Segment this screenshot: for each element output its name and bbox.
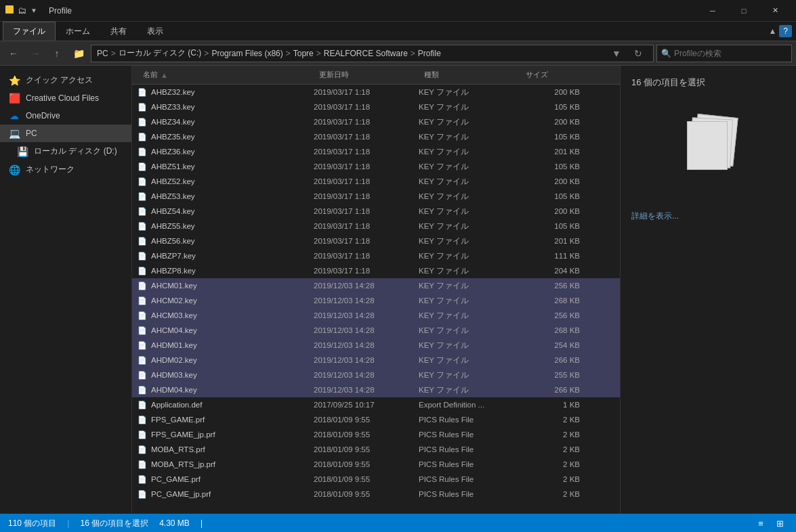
- table-row[interactable]: 📄 AHBZ56.key 2019/03/17 1:18 KEY ファイル 20…: [132, 234, 620, 248]
- table-row[interactable]: 📄 AHDM01.key 2019/12/03 14:28 KEY ファイル 2…: [132, 338, 620, 353]
- refresh-button[interactable]: ↻: [629, 44, 648, 63]
- back-button[interactable]: ←: [4, 44, 23, 63]
- file-size: 268 KB: [520, 296, 588, 305]
- local-disk-d-icon: 💾: [16, 146, 28, 157]
- sidebar-item-onedrive[interactable]: ☁ OneDrive: [0, 107, 131, 125]
- file-icon: 📄: [138, 88, 147, 97]
- view-tiles-button[interactable]: ⊞: [772, 516, 788, 530]
- breadcrumb-topre[interactable]: Topre: [293, 49, 314, 58]
- table-row[interactable]: 📄 AHCM02.key 2019/12/03 14:28 KEY ファイル 2…: [132, 293, 620, 308]
- up-button[interactable]: ↑: [47, 44, 66, 63]
- sidebar-item-network[interactable]: 🌐 ネットワーク: [0, 160, 131, 179]
- table-row[interactable]: 📄 PC_GAME_jp.prf 2018/01/09 9:55 PICS Ru…: [132, 487, 620, 502]
- breadcrumb-profile[interactable]: Profile: [418, 49, 441, 58]
- col-header-size[interactable]: サイズ: [520, 70, 588, 80]
- table-row[interactable]: 📄 MOBA_RTS.prf 2018/01/09 9:55 PICS Rule…: [132, 442, 620, 457]
- table-row[interactable]: 📄 PC_GAME.prf 2018/01/09 9:55 PICS Rules…: [132, 472, 620, 487]
- file-name: 📄 PC_GAME.prf: [138, 475, 314, 484]
- table-row[interactable]: 📄 FPS_GAME_jp.prf 2018/01/09 9:55 PICS R…: [132, 427, 620, 442]
- tab-file[interactable]: ファイル: [3, 22, 56, 41]
- file-date: 2018/01/09 9:55: [314, 430, 419, 439]
- table-row[interactable]: 📄 AHBZP7.key 2019/03/17 1:18 KEY ファイル 11…: [132, 248, 620, 263]
- table-row[interactable]: 📄 AHBZ52.key 2019/03/17 1:18 KEY ファイル 20…: [132, 174, 620, 189]
- table-row[interactable]: 📄 AHBZ36.key 2019/03/17 1:18 KEY ファイル 20…: [132, 144, 620, 159]
- file-size: 2 KB: [520, 445, 588, 453]
- table-row[interactable]: 📄 AHCM03.key 2019/12/03 14:28 KEY ファイル 2…: [132, 308, 620, 323]
- close-button[interactable]: ✕: [759, 0, 791, 22]
- breadcrumb-realforce[interactable]: REALFORCE Software: [324, 49, 408, 58]
- sidebar-item-creative-cloud[interactable]: 🟥 Creative Cloud Files: [0, 89, 131, 107]
- file-icon: 📄: [138, 103, 147, 112]
- preview-panel: 16 個の項目を選択 詳細を表示...: [620, 66, 796, 514]
- table-row[interactable]: 📄 AHBZ35.key 2019/03/17 1:18 KEY ファイル 10…: [132, 129, 620, 144]
- table-row[interactable]: 📄 AHBZ55.key 2019/03/17 1:18 KEY ファイル 10…: [132, 219, 620, 234]
- sidebar-item-pc[interactable]: 💻 PC: [0, 125, 131, 142]
- ribbon-help-button[interactable]: ?: [779, 25, 792, 37]
- preview-title: 16 個の項目を選択: [631, 76, 705, 89]
- table-row[interactable]: 📄 AHBZ53.key 2019/03/17 1:18 KEY ファイル 10…: [132, 189, 620, 204]
- table-row[interactable]: 📄 AHDM02.key 2019/12/03 14:28 KEY ファイル 2…: [132, 353, 620, 368]
- file-name: 📄 AHDM03.key: [138, 371, 314, 380]
- breadcrumb-program-files[interactable]: Program Files (x86): [211, 49, 282, 58]
- file-type: KEY ファイル: [419, 192, 520, 202]
- file-size: 2 KB: [520, 475, 588, 483]
- col-header-name[interactable]: 名前 ▲: [138, 70, 314, 80]
- file-type: KEY ファイル: [419, 206, 520, 217]
- breadcrumb-pc[interactable]: PC: [97, 49, 108, 58]
- file-type: KEY ファイル: [419, 177, 520, 187]
- col-header-type[interactable]: 種類: [419, 70, 520, 80]
- file-size: 105 KB: [520, 162, 588, 171]
- search-bar[interactable]: 🔍: [656, 45, 792, 62]
- breadcrumb-local-c[interactable]: ローカル ディスク (C:): [119, 47, 202, 59]
- tab-share[interactable]: 共有: [100, 22, 137, 41]
- file-name: 📄 FPS_GAME_jp.prf: [138, 430, 314, 439]
- address-bar[interactable]: PC > ローカル ディスク (C:) > Program Files (x86…: [91, 45, 654, 62]
- file-type: PICS Rules File: [419, 490, 520, 498]
- file-size: 256 KB: [520, 282, 588, 290]
- minimize-button[interactable]: ─: [697, 0, 728, 22]
- address-dropdown-button[interactable]: ▼: [607, 44, 626, 63]
- file-name: 📄 AHBZ36.key: [138, 148, 314, 156]
- table-row[interactable]: 📄 AHDM04.key 2019/12/03 14:28 KEY ファイル 2…: [132, 382, 620, 397]
- sidebar-item-quick-access[interactable]: ⭐ クイック アクセス: [0, 71, 131, 89]
- table-row[interactable]: 📄 AHCM01.key 2019/12/03 14:28 KEY ファイル 2…: [132, 278, 620, 293]
- sidebar-item-local-disk-d[interactable]: 💾 ローカル ディスク (D:): [0, 142, 131, 160]
- file-size: 105 KB: [520, 192, 588, 200]
- file-size: 201 KB: [520, 237, 588, 245]
- forward-button[interactable]: →: [26, 44, 45, 63]
- table-row[interactable]: 📄 Application.def 2017/09/25 10:17 Expor…: [132, 397, 620, 412]
- status-selected-size: 4.30 MB: [159, 518, 190, 528]
- search-input[interactable]: [674, 49, 769, 58]
- view-details-button[interactable]: ≡: [753, 516, 769, 530]
- table-row[interactable]: 📄 AHDM03.key 2019/12/03 14:28 KEY ファイル 2…: [132, 368, 620, 382]
- details-link[interactable]: 詳細を表示...: [631, 210, 679, 222]
- ribbon-collapse-button[interactable]: ▲: [768, 26, 776, 36]
- table-row[interactable]: 📄 AHCM04.key 2019/12/03 14:28 KEY ファイル 2…: [132, 323, 620, 338]
- table-row[interactable]: 📄 AHBZ32.key 2019/03/17 1:18 KEY ファイル 20…: [132, 85, 620, 99]
- sidebar-label-quick-access: クイック アクセス: [26, 74, 93, 86]
- table-row[interactable]: 📄 AHBZP8.key 2019/03/17 1:18 KEY ファイル 20…: [132, 263, 620, 278]
- table-row[interactable]: 📄 AHBZ33.key 2019/03/17 1:18 KEY ファイル 10…: [132, 99, 620, 114]
- tab-view[interactable]: 表示: [137, 22, 173, 41]
- table-row[interactable]: 📄 AHBZ51.key 2019/03/17 1:18 KEY ファイル 10…: [132, 159, 620, 174]
- file-size: 105 KB: [520, 222, 588, 230]
- window-controls[interactable]: ─ □ ✕: [697, 0, 791, 22]
- file-date: 2019/03/17 1:18: [314, 88, 419, 96]
- table-row[interactable]: 📄 AHBZ34.key 2019/03/17 1:18 KEY ファイル 20…: [132, 114, 620, 129]
- file-icon: 📄: [138, 237, 147, 246]
- file-type: KEY ファイル: [419, 147, 520, 157]
- file-icon: 📄: [138, 267, 147, 275]
- table-row[interactable]: 📄 AHBZ54.key 2019/03/17 1:18 KEY ファイル 20…: [132, 204, 620, 219]
- tab-home[interactable]: ホーム: [56, 22, 100, 41]
- file-area: 名前 ▲ 更新日時 種類 サイズ 📄 AHBZ32.key 2019/03/17…: [132, 66, 620, 514]
- file-type: PICS Rules File: [419, 445, 520, 453]
- table-row[interactable]: 📄 MOBA_RTS_jp.prf 2018/01/09 9:55 PICS R…: [132, 457, 620, 472]
- table-row[interactable]: 📄 FPS_GAME.prf 2018/01/09 9:55 PICS Rule…: [132, 412, 620, 427]
- maximize-button[interactable]: □: [728, 0, 759, 22]
- file-date: 2019/12/03 14:28: [314, 341, 419, 349]
- file-name: 📄 AHCM01.key: [138, 282, 314, 290]
- file-size: 105 KB: [520, 133, 588, 141]
- col-header-date[interactable]: 更新日時: [314, 70, 419, 80]
- file-type: KEY ファイル: [419, 296, 520, 306]
- creative-cloud-icon: 🟥: [8, 93, 20, 104]
